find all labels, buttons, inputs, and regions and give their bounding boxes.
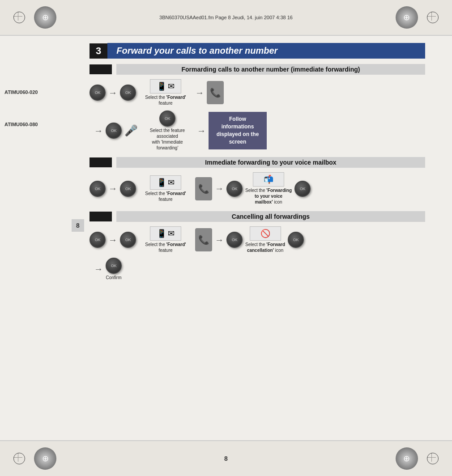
step-icon-feature1: 📱 ✉ Select the 'Forward' feature	[139, 79, 192, 106]
section1-caption2: Select the feature associatedwith 'Immed…	[141, 128, 194, 151]
ok-button-5[interactable]: OK	[90, 181, 106, 197]
feature-icons-2: 📱 ✉	[157, 178, 175, 187]
phone-icon-2: 📱	[157, 178, 166, 187]
ok-button-confirm[interactable]: OK	[106, 258, 122, 274]
confirm-label: Confirm	[106, 275, 121, 280]
feature-box-2: 📱 ✉	[150, 175, 181, 190]
mic-icon: 🎤	[124, 124, 138, 137]
step3-confirm: OK Confirm	[106, 258, 122, 280]
step2-phone-device: 📞	[195, 177, 212, 200]
step2-ok1: OK	[90, 181, 106, 197]
step-number: 3	[90, 43, 107, 59]
ok-button-3[interactable]: OK	[106, 123, 122, 139]
section-forwarding: Formarding calls to another number (imme…	[90, 64, 425, 151]
section3-caption2: Select the 'Forwardcancellation' icon	[245, 242, 285, 253]
ok-button-12[interactable]: OK	[288, 232, 304, 248]
ornament-bottomright: ⊕	[396, 447, 418, 470]
ok-button-11[interactable]: OK	[226, 232, 243, 248]
arrow-1: →	[108, 88, 117, 98]
section3-caption1: Select the 'Forward' feature	[139, 242, 192, 253]
mail-icon-3: ✉	[168, 229, 175, 238]
section3-confirm-row: → OK Confirm	[94, 258, 425, 280]
step-feature1: OK	[120, 85, 136, 101]
feature-box-1: 📱 ✉	[150, 79, 181, 94]
ok-button-2[interactable]: OK	[120, 85, 136, 101]
step-ok3: OK	[106, 123, 122, 139]
section2-row1: OK → OK 📱 ✉ Select the 'Forward' feature	[90, 172, 425, 205]
section1-title: Formarding calls to another number (imme…	[116, 64, 425, 75]
section-cancel: Cancelling all forwardings OK → OK 📱 ✉	[90, 211, 425, 280]
ok-button-6[interactable]: OK	[120, 181, 136, 197]
step2-voicemail-icon: 📬 Select the 'Forwardingto your voicemai…	[245, 172, 292, 205]
step3-phone-device: 📞	[195, 228, 212, 251]
arrow-4: →	[197, 126, 206, 136]
phone-device-1: 📞	[207, 81, 224, 104]
main-content: 3 Forward your calls to another number F…	[81, 36, 434, 440]
ok-button-7[interactable]: OK	[226, 181, 243, 197]
step-ok1: OK	[90, 85, 106, 101]
ok-button-10[interactable]: OK	[120, 232, 136, 248]
phone-icon-3: 📱	[157, 229, 166, 238]
arrow-3: →	[94, 126, 103, 136]
ok-button-1[interactable]: OK	[90, 85, 106, 101]
step3-ok1: OK	[90, 232, 106, 248]
section2-bar-black	[90, 157, 112, 167]
step2-ok4: OK	[294, 181, 311, 197]
section3-row1: OK → OK 📱 ✉ Select the 'Forward' feature	[90, 226, 425, 253]
ornament-topright: ⊕	[396, 6, 418, 29]
cancel-box: 🚫	[250, 226, 281, 241]
section-voicemail: Immediate forwarding to your voice mailb…	[90, 157, 425, 205]
crosshair-bottomright	[427, 453, 439, 464]
cancel-forward-icon: 🚫	[260, 229, 270, 238]
voicemail-icon: 📬	[264, 174, 273, 184]
section1-bar: Formarding calls to another number (imme…	[90, 64, 425, 75]
ok-button-4[interactable]: OK	[159, 110, 175, 127]
arrow-7: →	[108, 235, 117, 245]
section2-caption1: Select the 'Forward' feature	[139, 191, 192, 202]
phone-device-2: 📞	[195, 177, 212, 200]
step-ok4: OK Select the feature associatedwith 'Im…	[141, 110, 194, 151]
crosshair-topleft	[13, 12, 25, 23]
phone-icon: 📱	[157, 81, 166, 91]
step-header: 3 Forward your calls to another number	[90, 43, 425, 59]
step-title: Forward your calls to another number	[107, 43, 425, 59]
section3-bar: Cancelling all forwardings	[90, 211, 425, 222]
section1-row1: OK → OK 📱 ✉ Select the 'Forward' feature…	[90, 79, 425, 106]
step3-ok3: OK	[226, 232, 243, 248]
page-header: ⊕ 3BN60370USAAed01.fm Page 8 Jeudi, 14. …	[0, 0, 452, 36]
arrow-9: →	[94, 264, 103, 274]
margin-label-1: ATIMU060-020	[4, 89, 81, 95]
step3-ok4: OK	[288, 232, 304, 248]
step-mic-icon: 🎤	[124, 124, 138, 137]
page-footer: ⊕ 8 ⊕	[0, 440, 452, 476]
section3-bar-black	[90, 212, 112, 221]
feature-icons-1: 📱 ✉	[157, 81, 175, 91]
mail-icon-2: ✉	[168, 178, 175, 187]
step2-ok2: OK	[120, 181, 136, 197]
section1-row2: → OK 🎤 OK Select the feature associatedw…	[94, 110, 425, 151]
ornament-bottomleft: ⊕	[34, 447, 56, 470]
section2-bar: Immediate forwarding to your voice mailb…	[90, 157, 425, 168]
step3-feature-box: 📱 ✉ Select the 'Forward' feature	[139, 226, 192, 253]
ok-button-8[interactable]: OK	[294, 181, 311, 197]
phone-device-3: 📞	[195, 228, 212, 251]
arrow-8: →	[215, 235, 224, 245]
section1-bar-black	[90, 64, 112, 74]
feature-icons-3: 📱 ✉	[157, 229, 175, 238]
mail-icon: ✉	[168, 81, 175, 91]
file-info: 3BN60370USAAed01.fm Page 8 Jeudi, 14. ju…	[159, 15, 293, 20]
ornament-topleft: ⊕	[34, 6, 56, 29]
ok-button-9[interactable]: OK	[90, 232, 106, 248]
step-phone-device1: 📞	[207, 81, 224, 104]
step2-ok3: OK	[226, 181, 243, 197]
crosshair-bottomleft	[13, 453, 25, 464]
feature-box-3: 📱 ✉	[150, 226, 181, 241]
step2-feature-box: 📱 ✉ Select the 'Forward' feature	[139, 175, 192, 202]
arrow-2: →	[195, 88, 204, 98]
crosshair-topright	[427, 12, 439, 23]
voicemail-box: 📬	[253, 172, 284, 187]
step3-ok2: OK	[120, 232, 136, 248]
section2-title: Immediate forwarding to your voice mailb…	[116, 157, 425, 168]
step3-cancel-icon: 🚫 Select the 'Forwardcancellation' icon	[245, 226, 285, 253]
section3-title: Cancelling all forwardings	[116, 211, 425, 222]
